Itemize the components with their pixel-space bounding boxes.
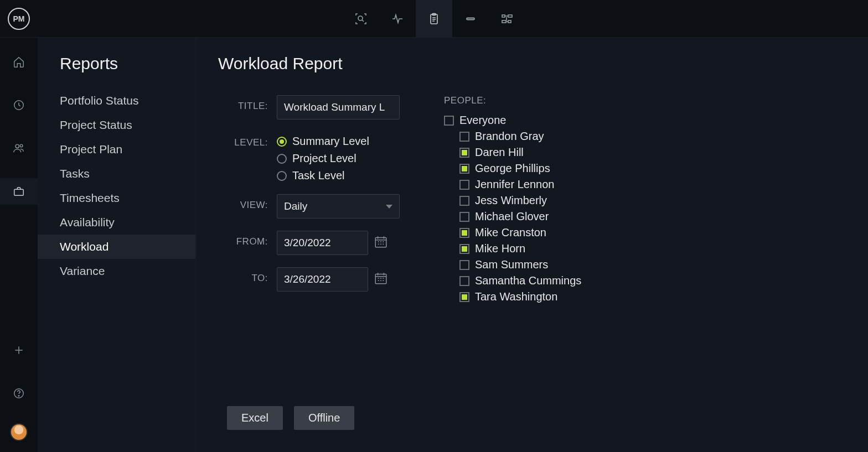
activity-icon[interactable] xyxy=(379,0,416,38)
sidebar-item-timesheets[interactable]: Timesheets xyxy=(38,186,195,210)
svg-point-10 xyxy=(20,144,23,147)
people-item-tara-washington[interactable]: Tara Washington xyxy=(459,290,581,303)
excel-button[interactable]: Excel xyxy=(227,406,283,430)
people-item-label: Samantha Cummings xyxy=(475,274,581,287)
svg-rect-4 xyxy=(502,15,505,17)
checkbox-icon xyxy=(459,180,469,190)
people-item-label: Michael Glover xyxy=(475,210,549,223)
title-label: TITLE: xyxy=(218,95,268,112)
calendar-icon[interactable] xyxy=(374,235,388,251)
title-input[interactable] xyxy=(277,95,400,120)
radio-label: Summary Level xyxy=(292,135,369,148)
people-item-sam-summers[interactable]: Sam Summers xyxy=(459,258,581,271)
people-item-label: Jennifer Lennon xyxy=(475,178,554,191)
sidebar-item-availability[interactable]: Availability xyxy=(38,210,195,235)
svg-rect-15 xyxy=(375,274,386,283)
people-item-label: Brandon Gray xyxy=(475,130,544,143)
zoom-icon[interactable] xyxy=(343,0,379,38)
level-radio-group: Summary LevelProject LevelTask Level xyxy=(277,132,369,182)
checkbox-icon xyxy=(459,148,469,158)
people-item-label: Jess Wimberly xyxy=(475,194,547,207)
people-item-brandon-gray[interactable]: Brandon Gray xyxy=(459,130,581,143)
sidebar-item-tasks[interactable]: Tasks xyxy=(38,162,195,186)
checkbox-icon xyxy=(459,276,469,286)
plus-icon[interactable] xyxy=(0,337,38,363)
chevron-down-icon xyxy=(386,205,392,209)
people-item-jennifer-lennon[interactable]: Jennifer Lennon xyxy=(459,178,581,191)
people-item-george-phillips[interactable]: George Phillips xyxy=(459,162,581,175)
reports-sidebar: Reports Portfolio StatusProject StatusPr… xyxy=(38,38,196,452)
level-radio-summary-level[interactable]: Summary Level xyxy=(277,135,369,148)
clipboard-icon[interactable] xyxy=(416,0,452,38)
page-title: Workload Report xyxy=(218,54,846,73)
svg-point-0 xyxy=(358,16,363,20)
home-icon[interactable] xyxy=(0,49,38,75)
svg-rect-5 xyxy=(508,15,512,17)
view-label: VIEW: xyxy=(218,194,268,211)
checkbox-icon xyxy=(459,260,469,270)
avatar[interactable] xyxy=(10,423,28,441)
sidebar-item-variance[interactable]: Variance xyxy=(38,259,195,283)
people-icon[interactable] xyxy=(0,135,38,162)
svg-point-9 xyxy=(16,144,19,148)
to-label: TO: xyxy=(218,267,268,284)
people-item-label: Daren Hill xyxy=(475,146,524,159)
people-everyone[interactable]: Everyone xyxy=(444,114,581,127)
radio-icon xyxy=(277,171,287,181)
radio-icon xyxy=(277,137,287,147)
svg-point-13 xyxy=(18,396,19,396)
logo[interactable]: PM xyxy=(0,0,38,38)
radio-icon xyxy=(277,154,287,164)
checkbox-icon xyxy=(459,228,469,238)
people-label: PEOPLE: xyxy=(444,95,581,106)
people-item-label: Tara Washington xyxy=(475,290,557,303)
people-item-mike-horn[interactable]: Mike Horn xyxy=(459,242,581,255)
level-radio-task-level[interactable]: Task Level xyxy=(277,169,369,182)
svg-rect-14 xyxy=(375,237,386,247)
sidebar-item-portfolio-status[interactable]: Portfolio Status xyxy=(38,89,195,113)
people-item-label: Mike Cranston xyxy=(475,226,546,239)
people-everyone-label: Everyone xyxy=(459,114,507,127)
help-icon[interactable] xyxy=(0,380,38,407)
people-item-label: Sam Summers xyxy=(475,258,548,271)
sidebar-item-project-status[interactable]: Project Status xyxy=(38,113,195,137)
top-bar: PM xyxy=(0,0,868,38)
sidebar-item-workload[interactable]: Workload xyxy=(38,235,195,259)
content-area: Workload Report TITLE: LEVEL: Summary Le… xyxy=(196,38,868,452)
people-item-michael-glover[interactable]: Michael Glover xyxy=(459,210,581,223)
from-date-input[interactable] xyxy=(277,231,368,255)
to-date-input[interactable] xyxy=(277,267,368,292)
sidebar-item-project-plan[interactable]: Project Plan xyxy=(38,137,195,162)
view-select[interactable]: Daily xyxy=(277,194,400,219)
flow-icon[interactable] xyxy=(489,0,525,38)
from-label: FROM: xyxy=(218,231,268,247)
sidebar-title: Reports xyxy=(38,54,195,89)
nav-rail xyxy=(0,38,38,452)
checkbox-icon xyxy=(459,196,469,206)
checkbox-icon xyxy=(459,292,469,302)
svg-rect-3 xyxy=(467,18,474,19)
svg-rect-7 xyxy=(508,20,511,23)
checkbox-icon xyxy=(459,212,469,222)
svg-rect-11 xyxy=(14,189,24,195)
top-toolbar xyxy=(343,0,525,37)
level-radio-project-level[interactable]: Project Level xyxy=(277,152,369,165)
radio-label: Project Level xyxy=(292,152,356,165)
people-item-daren-hill[interactable]: Daren Hill xyxy=(459,146,581,159)
people-item-label: George Phillips xyxy=(475,162,550,175)
people-column: PEOPLE: Everyone Brandon GrayDaren HillG… xyxy=(444,95,581,306)
people-item-label: Mike Horn xyxy=(475,242,525,255)
checkbox-icon xyxy=(459,244,469,254)
people-item-samantha-cummings[interactable]: Samantha Cummings xyxy=(459,274,581,287)
checkbox-icon xyxy=(459,132,469,142)
people-item-jess-wimberly[interactable]: Jess Wimberly xyxy=(459,194,581,207)
clock-icon[interactable] xyxy=(0,92,38,118)
level-label: LEVEL: xyxy=(218,132,268,148)
link-icon[interactable] xyxy=(452,0,489,38)
offline-button[interactable]: Offline xyxy=(294,406,354,430)
people-item-mike-cranston[interactable]: Mike Cranston xyxy=(459,226,581,239)
briefcase-icon[interactable] xyxy=(0,178,38,205)
calendar-icon[interactable] xyxy=(374,271,388,288)
radio-label: Task Level xyxy=(292,169,345,182)
view-select-value: Daily xyxy=(284,200,307,212)
